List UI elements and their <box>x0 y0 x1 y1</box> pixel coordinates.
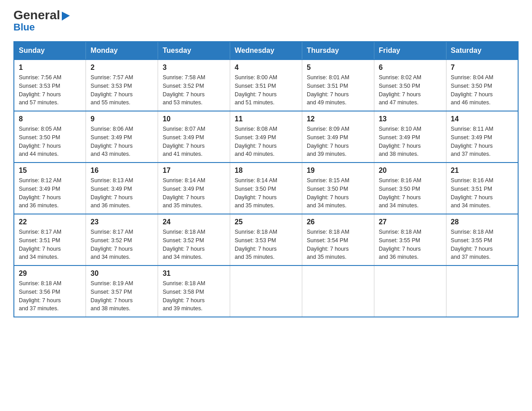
calendar-cell: 20Sunrise: 8:16 AMSunset: 3:50 PMDayligh… <box>374 163 446 214</box>
calendar-cell: 30Sunrise: 8:19 AMSunset: 3:57 PMDayligh… <box>86 265 158 317</box>
day-info: Sunrise: 7:57 AMSunset: 3:53 PMDaylight:… <box>90 73 153 107</box>
day-number: 19 <box>307 167 369 175</box>
calendar-cell: 13Sunrise: 8:10 AMSunset: 3:49 PMDayligh… <box>374 111 446 163</box>
day-info: Sunrise: 8:14 AMSunset: 3:49 PMDaylight:… <box>163 176 225 210</box>
day-info: Sunrise: 8:07 AMSunset: 3:49 PMDaylight:… <box>163 125 225 158</box>
day-number: 4 <box>235 64 297 72</box>
logo-general-text: General <box>13 9 60 21</box>
day-number: 25 <box>235 218 297 226</box>
calendar-cell: 26Sunrise: 8:18 AMSunset: 3:54 PMDayligh… <box>302 214 374 265</box>
calendar-cell: 6Sunrise: 8:02 AMSunset: 3:50 PMDaylight… <box>374 60 446 111</box>
day-info: Sunrise: 7:56 AMSunset: 3:53 PMDaylight:… <box>19 73 81 107</box>
calendar-week-row: 15Sunrise: 8:12 AMSunset: 3:49 PMDayligh… <box>14 163 518 214</box>
day-info: Sunrise: 8:00 AMSunset: 3:51 PMDaylight:… <box>235 73 297 107</box>
day-number: 1 <box>19 64 81 72</box>
calendar-cell: 15Sunrise: 8:12 AMSunset: 3:49 PMDayligh… <box>14 163 86 214</box>
calendar-header-row: SundayMondayTuesdayWednesdayThursdayFrid… <box>14 42 518 60</box>
calendar-cell: 16Sunrise: 8:13 AMSunset: 3:49 PMDayligh… <box>86 163 158 214</box>
day-info: Sunrise: 8:04 AMSunset: 3:50 PMDaylight:… <box>451 73 513 107</box>
day-number: 16 <box>90 167 153 175</box>
calendar-cell: 10Sunrise: 8:07 AMSunset: 3:49 PMDayligh… <box>158 111 230 163</box>
calendar-cell: 31Sunrise: 8:18 AMSunset: 3:58 PMDayligh… <box>158 265 230 317</box>
day-number: 18 <box>235 167 297 175</box>
calendar-cell: 8Sunrise: 8:05 AMSunset: 3:50 PMDaylight… <box>14 111 86 163</box>
calendar-cell: 24Sunrise: 8:18 AMSunset: 3:52 PMDayligh… <box>158 214 230 265</box>
calendar-cell: 14Sunrise: 8:11 AMSunset: 3:49 PMDayligh… <box>446 111 518 163</box>
day-info: Sunrise: 8:19 AMSunset: 3:57 PMDaylight:… <box>90 279 153 313</box>
day-info: Sunrise: 8:17 AMSunset: 3:52 PMDaylight:… <box>90 228 153 261</box>
day-number: 21 <box>451 167 513 175</box>
calendar-cell: 3Sunrise: 7:58 AMSunset: 3:52 PMDaylight… <box>158 60 230 111</box>
day-info: Sunrise: 8:18 AMSunset: 3:52 PMDaylight:… <box>163 228 225 261</box>
day-number: 17 <box>163 167 225 175</box>
day-number: 12 <box>307 115 369 123</box>
calendar-cell <box>302 265 374 317</box>
day-number: 29 <box>19 270 81 278</box>
day-info: Sunrise: 8:18 AMSunset: 3:56 PMDaylight:… <box>19 279 81 313</box>
calendar-cell: 29Sunrise: 8:18 AMSunset: 3:56 PMDayligh… <box>14 265 86 317</box>
day-info: Sunrise: 8:16 AMSunset: 3:51 PMDaylight:… <box>451 176 513 210</box>
day-number: 5 <box>307 64 369 72</box>
day-number: 9 <box>90 115 153 123</box>
day-info: Sunrise: 8:14 AMSunset: 3:50 PMDaylight:… <box>235 176 297 210</box>
day-info: Sunrise: 8:17 AMSunset: 3:51 PMDaylight:… <box>19 228 81 261</box>
day-number: 22 <box>19 218 81 226</box>
header-day-wednesday: Wednesday <box>230 42 302 60</box>
calendar-cell: 17Sunrise: 8:14 AMSunset: 3:49 PMDayligh… <box>158 163 230 214</box>
calendar-week-row: 8Sunrise: 8:05 AMSunset: 3:50 PMDaylight… <box>14 111 518 163</box>
day-number: 20 <box>379 167 442 175</box>
calendar-cell: 21Sunrise: 8:16 AMSunset: 3:51 PMDayligh… <box>446 163 518 214</box>
calendar-cell: 5Sunrise: 8:01 AMSunset: 3:51 PMDaylight… <box>302 60 374 111</box>
calendar-cell: 18Sunrise: 8:14 AMSunset: 3:50 PMDayligh… <box>230 163 302 214</box>
day-number: 14 <box>451 115 513 123</box>
calendar-cell: 7Sunrise: 8:04 AMSunset: 3:50 PMDaylight… <box>446 60 518 111</box>
calendar-cell <box>374 265 446 317</box>
day-number: 31 <box>163 270 225 278</box>
calendar-table: SundayMondayTuesdayWednesdayThursdayFrid… <box>13 41 519 317</box>
day-number: 15 <box>19 167 81 175</box>
day-number: 26 <box>307 218 369 226</box>
day-info: Sunrise: 8:11 AMSunset: 3:49 PMDaylight:… <box>451 125 513 158</box>
day-number: 10 <box>163 115 225 123</box>
day-info: Sunrise: 8:05 AMSunset: 3:50 PMDaylight:… <box>19 125 81 158</box>
calendar-cell <box>446 265 518 317</box>
day-info: Sunrise: 8:18 AMSunset: 3:55 PMDaylight:… <box>379 228 442 261</box>
page-header: General Blue <box>13 9 519 32</box>
day-info: Sunrise: 8:08 AMSunset: 3:49 PMDaylight:… <box>235 125 297 158</box>
day-info: Sunrise: 8:01 AMSunset: 3:51 PMDaylight:… <box>307 73 369 107</box>
calendar-cell: 23Sunrise: 8:17 AMSunset: 3:52 PMDayligh… <box>86 214 158 265</box>
calendar-cell <box>230 265 302 317</box>
day-number: 23 <box>90 218 153 226</box>
day-number: 8 <box>19 115 81 123</box>
day-number: 24 <box>163 218 225 226</box>
day-info: Sunrise: 8:18 AMSunset: 3:55 PMDaylight:… <box>451 228 513 261</box>
calendar-cell: 25Sunrise: 8:18 AMSunset: 3:53 PMDayligh… <box>230 214 302 265</box>
header-day-monday: Monday <box>86 42 158 60</box>
day-number: 3 <box>163 64 225 72</box>
day-info: Sunrise: 8:18 AMSunset: 3:53 PMDaylight:… <box>235 228 297 261</box>
day-info: Sunrise: 8:18 AMSunset: 3:54 PMDaylight:… <box>307 228 369 261</box>
day-number: 2 <box>90 64 153 72</box>
logo: General Blue <box>13 9 71 32</box>
day-info: Sunrise: 8:02 AMSunset: 3:50 PMDaylight:… <box>379 73 442 107</box>
day-info: Sunrise: 8:10 AMSunset: 3:49 PMDaylight:… <box>379 125 442 158</box>
day-number: 7 <box>451 64 513 72</box>
header-day-sunday: Sunday <box>14 42 86 60</box>
calendar-cell: 11Sunrise: 8:08 AMSunset: 3:49 PMDayligh… <box>230 111 302 163</box>
day-info: Sunrise: 8:06 AMSunset: 3:49 PMDaylight:… <box>90 125 153 158</box>
day-info: Sunrise: 8:18 AMSunset: 3:58 PMDaylight:… <box>163 279 225 313</box>
day-info: Sunrise: 8:16 AMSunset: 3:50 PMDaylight:… <box>379 176 442 210</box>
calendar-cell: 19Sunrise: 8:15 AMSunset: 3:50 PMDayligh… <box>302 163 374 214</box>
calendar-cell: 2Sunrise: 7:57 AMSunset: 3:53 PMDaylight… <box>86 60 158 111</box>
calendar-cell: 12Sunrise: 8:09 AMSunset: 3:49 PMDayligh… <box>302 111 374 163</box>
svg-marker-0 <box>62 12 70 21</box>
calendar-cell: 22Sunrise: 8:17 AMSunset: 3:51 PMDayligh… <box>14 214 86 265</box>
logo-triangle-icon <box>61 11 71 21</box>
day-number: 30 <box>90 270 153 278</box>
calendar-cell: 4Sunrise: 8:00 AMSunset: 3:51 PMDaylight… <box>230 60 302 111</box>
calendar-cell: 9Sunrise: 8:06 AMSunset: 3:49 PMDaylight… <box>86 111 158 163</box>
header-day-friday: Friday <box>374 42 446 60</box>
day-number: 28 <box>451 218 513 226</box>
day-number: 11 <box>235 115 297 123</box>
logo-blue-text: Blue <box>13 22 35 32</box>
